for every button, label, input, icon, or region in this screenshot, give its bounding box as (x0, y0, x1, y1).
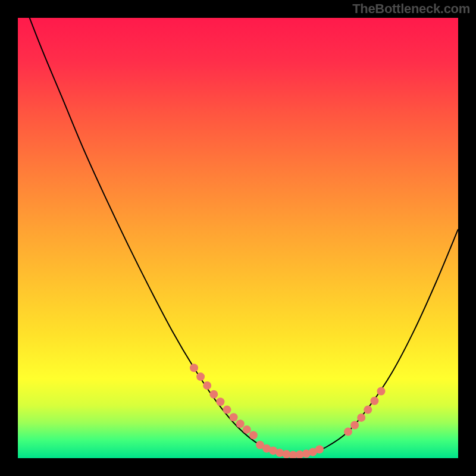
plot-area (18, 18, 458, 458)
watermark-text: TheBottleneck.com (352, 1, 470, 17)
highlight-dot (364, 406, 372, 414)
chart-frame: TheBottleneck.com (0, 0, 476, 476)
highlight-dot (196, 372, 205, 381)
highlight-dot (370, 397, 378, 405)
highlight-dot (223, 406, 231, 414)
highlight-dot (236, 419, 245, 428)
curve-svg (18, 18, 458, 458)
highlight-dot (296, 450, 304, 458)
dots-layer (190, 364, 386, 458)
highlight-dot (309, 448, 317, 456)
highlight-dot (344, 428, 352, 436)
highlight-dot (377, 387, 386, 396)
highlight-dot (269, 446, 277, 455)
highlight-dot (289, 451, 298, 458)
highlight-dot (230, 413, 238, 421)
highlight-dot (282, 450, 290, 458)
highlight-dot (249, 431, 258, 440)
highlight-dot (262, 444, 271, 453)
highlight-dot (357, 414, 365, 422)
bottleneck-curve-path (18, 18, 458, 455)
highlight-dot (275, 449, 284, 457)
curve-layer (18, 18, 458, 455)
highlight-dot (190, 364, 198, 372)
highlight-dot (209, 390, 218, 399)
highlight-dot (256, 441, 264, 449)
highlight-dot (203, 381, 211, 390)
highlight-dot (216, 397, 224, 406)
highlight-dot (350, 421, 359, 430)
highlight-dot (243, 425, 251, 434)
highlight-dot (315, 445, 324, 453)
highlight-dot (302, 450, 311, 458)
